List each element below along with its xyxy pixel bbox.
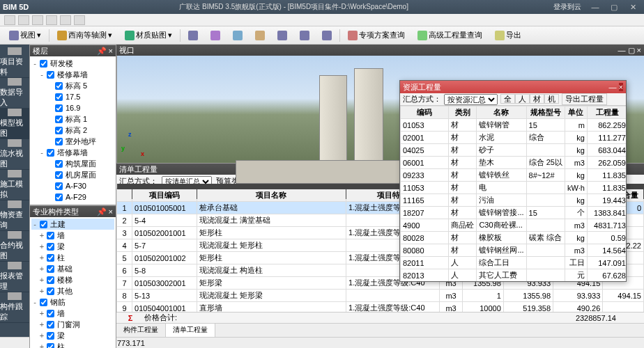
- nav-物资查询[interactable]: 物资查询: [0, 200, 29, 231]
- table-row[interactable]: 85-13现浇混凝土 矩形梁m311355.9893.933494.15: [117, 290, 644, 302]
- tree-item[interactable]: -土建: [31, 219, 114, 230]
- tree-item[interactable]: A-F30: [31, 180, 114, 191]
- tree-checkbox[interactable]: [40, 60, 47, 68]
- view-angle-dropdown[interactable]: 西南等轴测▾: [52, 28, 117, 42]
- nav-报表管理[interactable]: 报表管理: [0, 262, 29, 292]
- tree-item[interactable]: +楼梯: [31, 274, 114, 285]
- user-cloud[interactable]: 登录到云: [553, 2, 581, 12]
- resource-qty-window[interactable]: 资源工程量 — × 汇总方式： 按资源汇总 全人材机 导出工程量 编码类别名称规…: [399, 80, 627, 282]
- nav-构件跟踪[interactable]: 构件跟踪: [0, 292, 29, 323]
- table-row[interactable]: 18207材镀锌钢管接...15个1383.8410.52719.6: [401, 207, 627, 219]
- qa-btn-2[interactable]: [18, 15, 29, 25]
- qa-btn-6[interactable]: [74, 15, 85, 25]
- tree-checkbox[interactable]: [40, 299, 47, 306]
- tree-item[interactable]: 17.5: [31, 91, 114, 102]
- tree-item[interactable]: 标高 1: [31, 113, 114, 125]
- tree-item[interactable]: +梁: [31, 241, 114, 252]
- float-summary-select[interactable]: 按资源汇总: [444, 94, 498, 105]
- tree-item[interactable]: +墙: [31, 308, 114, 319]
- axis-gizmo[interactable]: y x z: [121, 131, 149, 159]
- tree-checkbox[interactable]: [55, 160, 63, 168]
- table-row[interactable]: 80028材橡胶板碳素 综合kg0.596.23.66: [401, 232, 627, 244]
- tool-5[interactable]: [273, 29, 292, 42]
- table-row[interactable]: 02001材水泥综合kg111.2770.37741.91: [401, 132, 627, 144]
- close-icon[interactable]: ✕: [624, 3, 641, 12]
- qa-btn-4[interactable]: [46, 15, 57, 25]
- tree-checkbox[interactable]: [40, 221, 47, 228]
- tool-7[interactable]: [317, 29, 337, 42]
- qa-btn-3[interactable]: [32, 15, 43, 25]
- adv-query-button[interactable]: 高级工程量查询: [413, 28, 487, 42]
- table-row[interactable]: 11165材污油kg19.4434.6790.8: [401, 194, 627, 207]
- tree-checkbox[interactable]: [47, 332, 54, 340]
- export-button[interactable]: 导出: [490, 28, 526, 42]
- tree-checkbox[interactable]: [55, 104, 63, 112]
- tree-item[interactable]: +其他: [31, 285, 114, 296]
- tree-item[interactable]: +柱: [31, 252, 114, 263]
- tree-item[interactable]: +梁: [31, 330, 114, 341]
- panel-close-icon[interactable]: ×: [109, 47, 113, 55]
- minimize-icon[interactable]: —: [587, 3, 604, 11]
- table-row[interactable]: 04025材砂子kg683.0440.0427.32: [401, 144, 627, 157]
- tree-item[interactable]: +基础: [31, 263, 114, 274]
- tree-item[interactable]: -钢筋: [31, 296, 114, 308]
- tree-checkbox[interactable]: [55, 116, 63, 123]
- filter-材[interactable]: 材: [530, 94, 544, 104]
- viewport-min-icon[interactable]: —: [618, 46, 625, 54]
- table-row[interactable]: 11053材电kW·h11.8353.8586.01: [401, 182, 627, 194]
- tree-checkbox[interactable]: [55, 138, 63, 145]
- table-row[interactable]: 06001材垫木综合 25以m3262.0590.45117.93: [401, 157, 627, 169]
- table-row[interactable]: 82011人综合工日工日147.09132.534784.88: [401, 257, 627, 269]
- tool-6[interactable]: [295, 29, 314, 42]
- tool-2[interactable]: [206, 29, 225, 42]
- table-row[interactable]: 90105040010​01直形墙1.混凝土强度等级:C40m310000519…: [117, 302, 644, 313]
- tree-checkbox[interactable]: [47, 287, 54, 295]
- panel-close-icon[interactable]: ×: [109, 207, 113, 216]
- tool-1[interactable]: [183, 29, 203, 42]
- pin-icon[interactable]: 📌: [97, 207, 107, 216]
- tab-清单工程量[interactable]: 清单工程量: [166, 324, 215, 337]
- tree-item[interactable]: 标高 2: [31, 125, 114, 136]
- table-row[interactable]: 80080材镀锌钢丝网...m314.5644806990.72: [401, 244, 627, 257]
- tree-item[interactable]: A-F28: [31, 203, 114, 205]
- tree-item[interactable]: A-F29: [31, 191, 114, 203]
- tree-checkbox[interactable]: [47, 149, 54, 157]
- tree-checkbox[interactable]: [47, 310, 54, 317]
- nav-合约视图[interactable]: 合约视图: [0, 231, 29, 262]
- pin-icon[interactable]: 📌: [97, 47, 107, 55]
- qa-btn-5[interactable]: [60, 15, 71, 25]
- nav-施工模拟[interactable]: 施工模拟: [0, 170, 29, 200]
- tree-checkbox[interactable]: [47, 243, 54, 251]
- tree-checkbox[interactable]: [55, 205, 63, 205]
- tree-item[interactable]: +柱: [31, 341, 114, 348]
- tree-item[interactable]: -楼修幕墙: [31, 69, 114, 80]
- resource-grid[interactable]: 编码类别名称规格型号单位工程量单价合价(元)01053材镀锌钢管15m862.2…: [400, 106, 626, 281]
- tree-checkbox[interactable]: [55, 93, 63, 101]
- floor-tree[interactable]: -研发楼-楼修幕墙标高 517.516.9标高 1标高 2室外地坪-塔修幕墙构筑…: [30, 56, 116, 205]
- tree-item[interactable]: 16.9: [31, 102, 114, 113]
- table-row[interactable]: 82013人其它人工费元67.628167.63: [401, 269, 627, 282]
- float-close-icon[interactable]: ×: [619, 83, 623, 91]
- tree-checkbox[interactable]: [47, 276, 54, 284]
- tree-checkbox[interactable]: [55, 171, 63, 179]
- tree-checkbox[interactable]: [55, 82, 63, 90]
- nav-模型视图[interactable]: 模型视图: [0, 109, 29, 139]
- nav-流水视图[interactable]: 流水视图: [0, 139, 29, 170]
- tree-checkbox[interactable]: [55, 127, 63, 134]
- viewport-close-icon[interactable]: ×: [637, 46, 641, 54]
- building-model-1[interactable]: [319, 75, 347, 163]
- tree-checkbox[interactable]: [47, 232, 54, 239]
- tree-checkbox[interactable]: [47, 265, 54, 273]
- viewport-max-icon[interactable]: ▢: [628, 46, 635, 54]
- tree-checkbox[interactable]: [47, 343, 54, 349]
- tree-checkbox[interactable]: [55, 193, 63, 201]
- table-row[interactable]: 4900商品砼C30商砼裸...m34831.7134101981002.39: [401, 219, 627, 232]
- tree-item[interactable]: -塔修幕墙: [31, 147, 114, 158]
- table-row[interactable]: 09233材镀锌铁丝8#~12#kg11.8353.8545.56: [401, 169, 627, 182]
- view-button[interactable]: 视图▾: [4, 28, 46, 42]
- tree-item[interactable]: +墙: [31, 230, 114, 241]
- tool-3[interactable]: [228, 29, 247, 42]
- nav-项目资料[interactable]: 项目资料: [0, 47, 29, 78]
- qa-btn-1[interactable]: [4, 15, 15, 25]
- tree-item[interactable]: +门窗洞: [31, 319, 114, 330]
